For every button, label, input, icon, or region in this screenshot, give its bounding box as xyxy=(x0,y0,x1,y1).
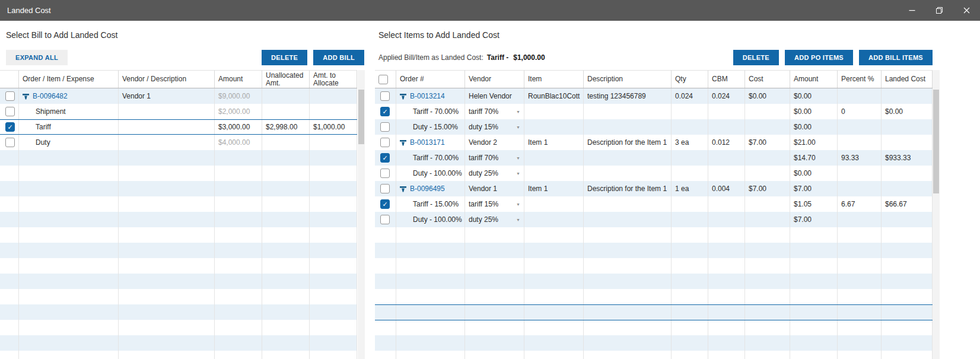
add-bill-button[interactable]: ADD BILL xyxy=(313,50,364,65)
table-row[interactable]: Duty - 15.00%duty 15%▼$0.00 xyxy=(375,119,933,135)
cell-percent xyxy=(838,166,882,181)
cell-amount: $7.00 xyxy=(790,181,838,196)
cell-cb xyxy=(0,320,19,335)
cell-order xyxy=(19,320,119,335)
cell-qty xyxy=(672,335,708,351)
cell-amount: $3,000.00 xyxy=(215,120,262,134)
cell-percent xyxy=(838,227,882,243)
rate-dropdown[interactable]: tariff 70%▼ xyxy=(465,150,524,166)
row-checkbox[interactable] xyxy=(380,91,390,101)
cell-qty: 1 ea xyxy=(672,181,708,196)
cell-order xyxy=(396,243,465,258)
cell-cb xyxy=(375,289,396,304)
column-header: Unallocated Amt. xyxy=(262,71,310,88)
select-all-checkbox[interactable] xyxy=(378,75,388,84)
cell-order xyxy=(19,243,119,258)
table-row[interactable]: ✓Tariff - 70.00%tariff 70%▼$14.7093.33$9… xyxy=(375,150,933,166)
cell-amount: $21.00 xyxy=(790,135,838,150)
cell-amount xyxy=(215,289,262,304)
cell-unallocated xyxy=(262,289,310,304)
cell-unallocated xyxy=(262,243,310,258)
rate-dropdown[interactable]: duty 15%▼ xyxy=(465,119,524,135)
row-checkbox[interactable]: ✓ xyxy=(5,122,15,132)
column-header: Vendor xyxy=(465,71,524,88)
row-checkbox[interactable] xyxy=(380,184,390,193)
cell-cb: ✓ xyxy=(375,196,396,212)
row-checkbox[interactable]: ✓ xyxy=(380,199,390,209)
cell-cb xyxy=(375,212,396,227)
minimize-button[interactable] xyxy=(898,0,925,21)
bills-table-header: Order / Item / ExpenseVendor / Descripti… xyxy=(0,70,357,88)
row-checkbox[interactable] xyxy=(380,138,390,147)
row-checkbox[interactable] xyxy=(5,91,15,101)
add-bill-items-button[interactable]: ADD BILL ITEMS xyxy=(859,50,933,65)
cell-amount xyxy=(215,274,262,289)
table-row[interactable]: Duty - 100.00%duty 25%▼$7.00 xyxy=(375,212,933,227)
cell-amount: $9,000.00 xyxy=(215,88,262,104)
row-checkbox[interactable]: ✓ xyxy=(380,153,390,163)
rate-dropdown[interactable]: duty 25%▼ xyxy=(465,166,524,181)
table-row[interactable]: ✓Tariff - 70.00%tariff 70%▼$0.000$0.00 xyxy=(375,104,933,119)
expense-label: Tariff - 70.00% xyxy=(396,150,465,166)
cell-order xyxy=(19,258,119,274)
cell-cost xyxy=(745,227,790,243)
table-row[interactable]: Duty - 100.00%duty 25%▼$0.00 xyxy=(375,166,933,181)
cell-item xyxy=(524,320,584,335)
rate-dropdown[interactable]: tariff 70%▼ xyxy=(465,104,524,119)
bill-number-link[interactable]: B-0013214 xyxy=(410,92,445,100)
row-checkbox[interactable] xyxy=(5,138,15,147)
delete-item-button[interactable]: DELETE xyxy=(733,50,779,65)
row-checkbox[interactable]: ✓ xyxy=(380,107,390,116)
cell-amount xyxy=(790,305,838,320)
rate-dropdown[interactable]: duty 25%▼ xyxy=(465,212,524,227)
bill-number-link[interactable]: B-0013171 xyxy=(410,138,445,147)
cell-allocate xyxy=(310,335,357,351)
cell-amount xyxy=(215,150,262,166)
cell-cbm xyxy=(708,351,745,359)
cell-item xyxy=(524,166,584,181)
table-row[interactable]: B-0096482Vendor 1$9,000.00 xyxy=(0,88,357,104)
table-row[interactable]: B-0013171Vendor 2Item 1Description for t… xyxy=(375,135,933,150)
dropdown-arrow-icon: ▼ xyxy=(514,125,520,129)
cell-description: Description for the Item 1 xyxy=(584,181,672,196)
scrollbar-thumb[interactable] xyxy=(358,90,364,144)
bill-number-link[interactable]: B-0096495 xyxy=(410,185,445,193)
items-table-scrollbar[interactable] xyxy=(933,70,940,359)
cell-qty xyxy=(672,305,708,320)
cell-item: RounBlac10Cott xyxy=(524,88,584,104)
bills-table-scrollbar[interactable] xyxy=(358,70,365,359)
table-row[interactable]: B-0096495Vendor 1Item 1Description for t… xyxy=(375,181,933,196)
expand-all-button[interactable]: EXPAND ALL xyxy=(6,50,68,65)
cell-cb xyxy=(0,181,19,196)
cell-percent xyxy=(838,88,882,104)
table-row[interactable]: B-0013214Helen VendorRounBlac10Cotttesti… xyxy=(375,88,933,104)
table-row[interactable]: Shipment$2,000.00 xyxy=(0,104,357,119)
row-checkbox[interactable] xyxy=(380,122,390,132)
row-checkbox[interactable] xyxy=(380,215,390,224)
table-row[interactable]: Duty$4,000.00 xyxy=(0,135,357,150)
table-row[interactable]: ✓Tariff$3,000.00$2,998.00$1,000.00 xyxy=(0,119,357,135)
scrollbar-thumb[interactable] xyxy=(933,90,939,193)
cell-qty xyxy=(672,258,708,274)
minimize-icon xyxy=(909,7,915,14)
bills-toolbar-left: EXPAND ALL xyxy=(6,50,68,65)
add-po-items-button[interactable]: ADD PO ITEMS xyxy=(785,50,853,65)
row-checkbox[interactable] xyxy=(5,107,15,116)
restore-button[interactable] xyxy=(925,0,953,21)
cell-order xyxy=(396,351,465,359)
cell-vendor xyxy=(119,104,215,119)
cell-vendor xyxy=(119,274,215,289)
cell-percent xyxy=(838,289,882,304)
delete-bill-button[interactable]: DELETE xyxy=(262,50,307,65)
cell-allocate xyxy=(310,181,357,196)
table-row[interactable]: ✓Tariff - 15.00%tariff 15%▼$1.056.67$66.… xyxy=(375,196,933,212)
table-empty-row xyxy=(0,258,357,274)
row-checkbox[interactable] xyxy=(380,169,390,178)
cell-item xyxy=(524,289,584,304)
close-button[interactable] xyxy=(953,0,980,21)
cell-cb xyxy=(375,119,396,135)
bill-number-link[interactable]: B-0096482 xyxy=(33,92,68,100)
cell-amount: $7.00 xyxy=(790,212,838,227)
rate-dropdown[interactable]: tariff 15%▼ xyxy=(465,196,524,212)
cell-order xyxy=(396,335,465,351)
